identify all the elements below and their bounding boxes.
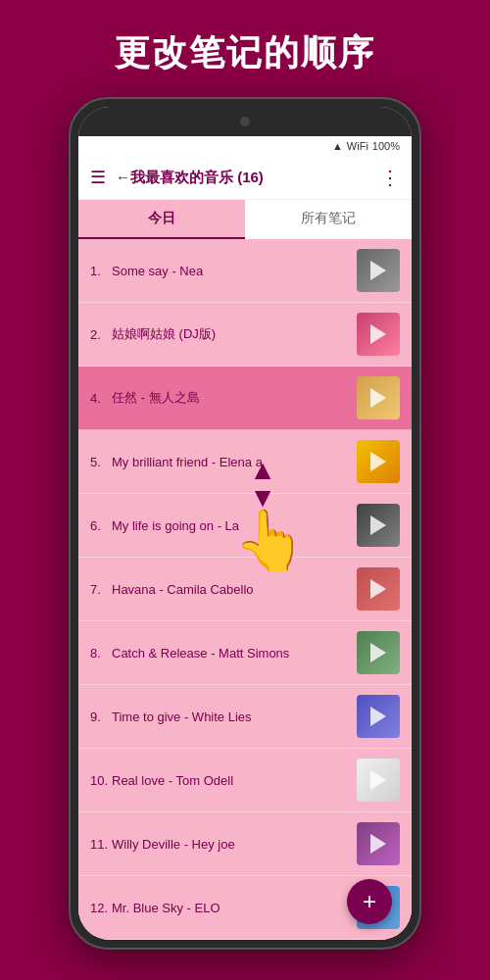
list-item[interactable]: 8.Catch & Release - Matt Simons — [78, 621, 412, 685]
list-item[interactable]: 5.My brilliant friend - Elena a — [78, 430, 412, 494]
song-title: Some say - Nea — [112, 264, 349, 278]
song-thumbnail — [357, 759, 400, 802]
signal-icon: ▲ — [332, 140, 343, 152]
song-title: Real love - Tom Odell — [112, 773, 349, 788]
list-item[interactable]: 9.Time to give - White Lies — [78, 685, 412, 749]
tab-today[interactable]: 今日 — [78, 200, 245, 239]
list-item[interactable]: 11.Willy Deville - Hey joe — [78, 812, 412, 876]
song-title: My life is going on - La — [112, 518, 349, 533]
song-number: 4. — [90, 391, 112, 406]
song-thumbnail — [357, 376, 400, 419]
tab-all-notes[interactable]: 所有笔记 — [245, 200, 412, 239]
page-title: 更改笔记的顺序 — [0, 0, 490, 97]
song-thumbnail — [357, 504, 400, 547]
tabs-bar: 今日 所有笔记 — [78, 200, 412, 239]
song-thumbnail — [357, 249, 400, 292]
menu-icon[interactable]: ☰ — [90, 167, 106, 188]
song-number: 8. — [90, 646, 112, 661]
song-number: 10. — [90, 773, 112, 788]
song-thumbnail — [357, 822, 400, 865]
song-list: 1.Some say - Nea2.姑娘啊姑娘 (DJ版)4.任然 - 無人之島… — [78, 239, 412, 940]
song-title: 任然 - 無人之島 — [112, 389, 349, 407]
list-item[interactable]: 10.Real love - Tom Odell — [78, 749, 412, 812]
more-icon[interactable]: ⋮ — [380, 166, 400, 189]
song-number: 12. — [90, 901, 112, 915]
status-bar: ▲ WiFi 100% — [78, 136, 412, 156]
camera — [240, 117, 250, 126]
list-item[interactable]: 1.Some say - Nea — [78, 239, 412, 303]
song-title: 姑娘啊姑娘 (DJ版) — [112, 325, 349, 343]
song-number: 6. — [90, 518, 112, 533]
phone-notch — [78, 107, 412, 136]
top-bar: ☰ ←我最喜欢的音乐 (16) ⋮ — [78, 156, 412, 200]
back-title[interactable]: ←我最喜欢的音乐 (16) — [116, 169, 380, 187]
song-thumbnail — [357, 567, 400, 611]
song-thumbnail — [357, 313, 400, 356]
list-item[interactable]: 6.My life is going on - La — [78, 494, 412, 558]
wifi-icon: WiFi — [347, 140, 368, 152]
song-thumbnail — [357, 631, 400, 674]
song-title: My brilliant friend - Elena a — [112, 455, 349, 469]
phone-container: ▲ WiFi 100% ☰ ←我最喜欢的音乐 (16) ⋮ 今日 所有笔记 1.… — [69, 97, 421, 950]
song-thumbnail — [357, 440, 400, 483]
song-title: Catch & Release - Matt Simons — [112, 646, 349, 661]
song-number: 11. — [90, 837, 112, 852]
list-item[interactable]: 4.任然 - 無人之島 — [78, 367, 412, 430]
list-item[interactable]: 7.Havana - Camila Cabello — [78, 558, 412, 621]
add-button[interactable]: + — [347, 879, 392, 924]
song-title: Willy Deville - Hey joe — [112, 837, 349, 852]
song-number: 9. — [90, 710, 112, 724]
song-thumbnail — [357, 695, 400, 738]
song-number: 7. — [90, 582, 112, 597]
add-icon: + — [363, 888, 376, 915]
battery-indicator: 100% — [372, 140, 400, 152]
song-title: Mr. Blue Sky - ELO — [112, 901, 349, 915]
song-title: Havana - Camila Cabello — [112, 582, 349, 597]
song-number: 2. — [90, 327, 112, 342]
list-item[interactable]: 2.姑娘啊姑娘 (DJ版) — [78, 303, 412, 367]
phone-screen: ▲ WiFi 100% ☰ ←我最喜欢的音乐 (16) ⋮ 今日 所有笔记 1.… — [78, 107, 412, 940]
song-number: 5. — [90, 455, 112, 469]
song-number: 1. — [90, 264, 112, 278]
song-title: Time to give - White Lies — [112, 710, 349, 724]
